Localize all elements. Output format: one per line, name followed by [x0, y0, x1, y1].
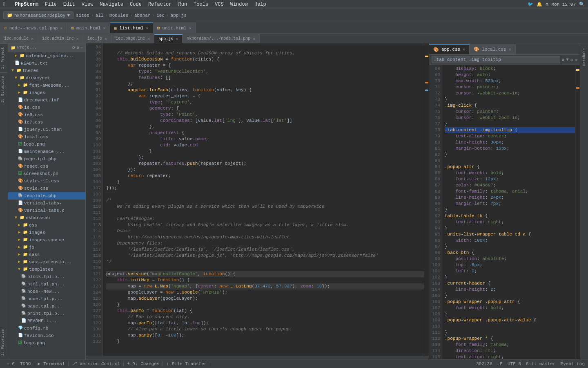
tab-close-icon[interactable]: ✕ [463, 47, 465, 52]
tree-item-templates[interactable]: ▼ 📁 templates [8, 266, 85, 273]
tab-node-news-tpl[interactable]: ⌀ node--news.tpl.php ✕ [0, 22, 67, 33]
tree-item-vertical-tabs1[interactable]: 📄 vertical-tabs- [8, 200, 85, 207]
tree-item-html-tpl[interactable]: 🐘 html.tpl.ph... [8, 280, 85, 288]
tree-item-nkhorasan[interactable]: ▼ 📁 nkhorasan [8, 214, 85, 222]
menu-edit[interactable]: Edit [63, 2, 75, 7]
tree-item-dreamynet[interactable]: ▼ 📁 dreamynet [8, 74, 85, 82]
menu-help[interactable]: Help [254, 2, 266, 7]
tab-close-icon[interactable]: ✕ [253, 36, 255, 41]
tree-item-page-tpl[interactable]: 🐘 page.tpl.php [8, 155, 85, 163]
tree-item-style-rtl[interactable]: 🎨 style-rtl.css [8, 177, 85, 185]
tree-item-font-awesome[interactable]: ▶ 📁 font-awesome... [8, 82, 85, 89]
menu-refactor[interactable]: Refactor [148, 2, 172, 7]
settings-icon[interactable]: ⚙ [77, 45, 79, 50]
structure-panel-tab[interactable]: 2: Structure [0, 72, 8, 106]
breadcrumb-iec[interactable]: iec [156, 13, 165, 18]
tree-item-readme[interactable]: 📄 README.txt [8, 60, 85, 67]
tab-close-icon[interactable]: ✕ [147, 36, 150, 41]
tree-item-screenshot[interactable]: 🖼 screenshot.pn [8, 170, 85, 177]
menu-window[interactable]: Window [230, 2, 248, 7]
tab-iec-js[interactable]: iec.js ✕ [83, 34, 111, 43]
menu-navigate[interactable]: Navigate [100, 2, 123, 7]
tab-app-js[interactable]: app.js ✕ [154, 34, 183, 43]
event-log-button[interactable]: Event Log [561, 361, 585, 366]
todo-button[interactable]: ⚠ 6: TODO [3, 361, 34, 366]
tree-item-css[interactable]: ▶ 📁 css [8, 222, 85, 229]
tree-item-node-news[interactable]: 🐘 node--new... [8, 288, 85, 295]
tree-item-maintenance[interactable]: 📄 maintenance-... [8, 148, 85, 155]
menu-tools[interactable]: Tools [194, 2, 208, 7]
css-search-input[interactable] [432, 56, 560, 63]
search-panel-close-icon[interactable]: ✕ [575, 57, 577, 63]
tree-item-reset-css[interactable]: 🎨 reset.css [8, 163, 85, 170]
horizontal-scrollbar[interactable] [86, 356, 429, 359]
tab-close-icon[interactable]: ✕ [105, 36, 107, 41]
tab-local-css[interactable]: 🎨 local.css ✕ [470, 44, 515, 54]
search-down-icon[interactable]: ▼ [566, 57, 569, 62]
search-up-icon[interactable]: ▲ [562, 57, 565, 62]
menu-view[interactable]: View [82, 2, 94, 7]
breadcrumb-sites[interactable]: sites [76, 13, 89, 18]
tree-item-vertical-tabs2[interactable]: 🎨 vertical-tabs.c [8, 207, 85, 214]
changes-button[interactable]: ± 9: Changes [124, 361, 163, 366]
tab-close-icon[interactable]: ✕ [60, 26, 62, 31]
tree-item-sass-ext[interactable]: ▶ 📁 sass-extensio... [8, 258, 85, 266]
tree-item-template-php[interactable]: 🐘 template.php [8, 192, 85, 200]
breadcrumb-abshar[interactable]: abshar [134, 13, 151, 18]
breadcrumb-all[interactable]: all [96, 13, 104, 18]
tree-item-page-tpl2[interactable]: 🐘 page.tpl.p... [8, 303, 85, 310]
menu-vcs[interactable]: VCS [215, 2, 224, 7]
tree-item-config-rb[interactable]: 💎 config.rb [8, 325, 85, 332]
tree-item-images[interactable]: ▶ 📁 images [8, 89, 85, 96]
menu-run[interactable]: Run [178, 2, 187, 7]
tab-close-icon[interactable]: ✕ [176, 36, 178, 41]
search-options-icon[interactable]: ⚙ [570, 57, 573, 63]
tab-close-icon[interactable]: ✕ [189, 26, 192, 31]
tree-item-style-css[interactable]: 🎨 style.css [8, 185, 85, 192]
project-panel-tab[interactable]: 1: Project [0, 43, 8, 72]
tree-item-ie-css[interactable]: 🎨 ie.css [8, 104, 85, 111]
menu-code[interactable]: Code [130, 2, 142, 7]
tab-list-html[interactable]: ⊞ list.html ✕ [110, 22, 153, 33]
tab-close-icon[interactable]: ✕ [509, 47, 511, 52]
tree-item-logo-png[interactable]: 🖼 logo.png [8, 141, 85, 148]
tree-item-images-source[interactable]: ▶ 📁 images-source [8, 236, 85, 244]
tree-item-calendar[interactable]: ▶ 📁 calendar_system... [8, 52, 85, 60]
favorites-panel-tab[interactable]: 2: Favorites [0, 326, 8, 359]
tree-item-dreamynet-inf[interactable]: 📄 dreamynet.inf [8, 96, 85, 104]
collapse-icon[interactable]: − [80, 45, 83, 50]
tree-item-local-css[interactable]: 🎨 local.css [8, 133, 85, 141]
search-icon[interactable]: 🔍 [579, 2, 585, 7]
breadcrumb-appjs[interactable]: app.js [171, 13, 187, 18]
tree-item-readme2[interactable]: 📄 README.t... [8, 317, 85, 325]
file-transfer-button[interactable]: ↕ File Transfer [163, 361, 210, 366]
tree-item-node-tpl[interactable]: 🐘 node.tpl.p... [8, 295, 85, 303]
code-editor[interactable]: // Method: Builds and returns GeoJSON ar… [103, 43, 424, 356]
tree-item-ie6-css[interactable]: 🎨 ie6.css [8, 111, 85, 119]
tab-iec-admin[interactable]: iec.admin.inc ✕ [38, 34, 83, 43]
tab-iec-page[interactable]: iec.page.inc ✕ [111, 34, 154, 43]
tab-unit-html[interactable]: ⊞ unit.html ✕ [153, 22, 196, 33]
sync-icon[interactable]: ⟳ [72, 45, 76, 50]
version-control-button[interactable]: ⎇ Version Control [69, 361, 124, 366]
tree-item-themes[interactable]: ▼ 📁 themes [8, 67, 85, 74]
menu-file[interactable]: File [45, 2, 57, 7]
project-selector[interactable]: 📁 nkhorasaniec7deploy ▼ [3, 11, 74, 19]
terminal-button[interactable]: ▶ Terminal [34, 361, 68, 366]
tab-close-icon[interactable]: ✕ [76, 36, 79, 41]
tree-item-block-tpl[interactable]: 🐘 block.tpl.p... [8, 273, 85, 280]
tree-item-images2[interactable]: ▶ 📁 images [8, 229, 85, 236]
breadcrumb-modules[interactable]: modules [109, 13, 128, 18]
tab-node-tpl[interactable]: nkhorasan/.../node.tpl.php ✕ [183, 34, 260, 43]
tree-item-logo2[interactable]: 🖼 logo.png [8, 339, 85, 347]
tab-close-icon[interactable]: ✕ [103, 26, 106, 31]
tab-app-css[interactable]: 🎨 app.css ✕ [429, 44, 470, 54]
tab-iec-module[interactable]: iec.module ✕ [0, 34, 38, 43]
tree-item-jquery-ui[interactable]: 📄 jquery.ui.then [8, 126, 85, 133]
tree-item-favicon[interactable]: 📄 favicon.ico [8, 332, 85, 339]
tab-close-icon[interactable]: ✕ [31, 36, 33, 41]
tree-item-sass[interactable]: ▶ 📁 sass [8, 251, 85, 258]
tree-item-print-tpl[interactable]: 🐘 print.tpl.p... [8, 310, 85, 317]
database-panel-tab[interactable]: Database [580, 43, 588, 359]
css-editor[interactable]: display: block; height: auto; max-width:… [442, 65, 575, 359]
